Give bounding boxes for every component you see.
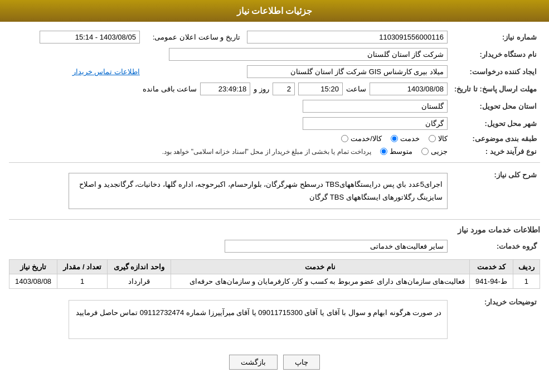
- label-sharh-koli: شرح کلی نیاز:: [451, 167, 540, 215]
- link-etelaatTamas[interactable]: اطلاعات تماس خریدار: [9, 63, 143, 80]
- divider-1: [9, 162, 540, 163]
- label-ijad-konande: ایجاد کننده درخواست:: [451, 63, 540, 80]
- label-saat-mande: ساعت باقی مانده: [143, 85, 197, 93]
- radio-kala-input[interactable]: [429, 135, 436, 142]
- back-button[interactable]: بازگشت: [229, 355, 278, 370]
- shomare-niaz-box: 1103091556000116: [247, 31, 448, 43]
- label-saat: ساعت: [346, 85, 366, 93]
- label-tarikh-elan: تاریخ و ساعت اعلان عمومی:: [143, 28, 244, 46]
- label-tabaqe: طبقه بندی موضوعی:: [451, 132, 540, 145]
- radio-jazee-label: جزیی: [431, 147, 448, 156]
- rooz-box: 2: [273, 83, 295, 95]
- sharh-koli-box: اجرای5عدد باي پس درايستگاههایTBS درسطح ش…: [69, 173, 448, 209]
- toshihat-box: در صورت هرگونه ابهام و سوال با آقای یا آ…: [69, 300, 448, 339]
- col-tedad: تعداد / مقدار: [57, 259, 108, 274]
- label-nam-dastgah: نام دستگاه خریدار:: [451, 46, 540, 63]
- value-farayand: جزیی متوسط پرداخت تمام یا بخشی از مبلغ خ…: [9, 145, 451, 158]
- radio-mottavasset-label: متوسط: [390, 147, 412, 156]
- sharh-table: شرح کلی نیاز: اجرای5عدد باي پس درايستگاه…: [9, 167, 540, 215]
- col-vahed: واحد اندازه گیری: [108, 259, 171, 274]
- value-nam-dastgah: شرکت گاز استان گلستان: [9, 46, 451, 63]
- cell-tedad: 1: [57, 274, 108, 288]
- groh-table: گروه خدمات: سایر فعالیت‌های خدماتی: [9, 238, 540, 255]
- value-ostan: گلستان: [9, 98, 451, 115]
- cell-kod: ط-94-941: [470, 274, 513, 288]
- radio-khadamat-label: خدمت: [400, 134, 420, 143]
- value-sharh-koli: اجرای5عدد باي پس درايستگاههایTBS درسطح ش…: [9, 167, 451, 215]
- value-mohlat: 1403/08/08 ساعت 15:20 2 روز و 23:49:18 س…: [9, 80, 451, 98]
- label-ostan: استان محل تحویل:: [451, 98, 540, 115]
- radio-mottavasset[interactable]: متوسط: [380, 147, 412, 156]
- col-radif: ردیف: [513, 259, 540, 274]
- value-groh: سایر فعالیت‌های خدماتی: [9, 238, 451, 255]
- radio-kala-khadamat[interactable]: کالا/خدمت: [341, 134, 382, 143]
- section-etelaatKhadamat: اطلاعات خدمات مورد نیاز: [9, 225, 540, 234]
- label-groh: گروه خدمات:: [451, 238, 540, 255]
- label-rooz: روز و: [254, 85, 269, 93]
- ijad-konande-box: میلاد بیری کارشناس GIS شرکت گاز استان گل…: [247, 65, 448, 78]
- tarikh-pasokh-box: 1403/08/08: [370, 83, 448, 95]
- label-shahr: شهر محل تحویل:: [451, 115, 540, 132]
- radio-khadamat[interactable]: خدمت: [391, 134, 420, 143]
- buttons-row: چاپ بازگشت: [9, 355, 540, 370]
- info-table: شماره نیاز: 1103091556000116 تاریخ و ساع…: [9, 28, 540, 158]
- nam-dastgah-box: شرکت گاز استان گلستان: [169, 48, 448, 61]
- cell-nam: فعالیت‌های سازمان‌های دارای عضو مربوط به…: [171, 274, 470, 288]
- saat-mande-box: 23:49:18: [200, 83, 250, 95]
- page-title: جزئیات اطلاعات نیاز: [237, 6, 313, 16]
- label-toshihat: توضیحات خریدار:: [451, 293, 540, 346]
- value-shahr: گرگان: [9, 115, 451, 132]
- radio-kala-khadamat-label: کالا/خدمت: [351, 134, 382, 143]
- radio-kala-khadamat-input[interactable]: [341, 135, 348, 142]
- ostan-box: گلستان: [303, 100, 448, 113]
- value-shomare-niaz: 1103091556000116: [244, 28, 451, 46]
- value-tarikh-elan: 1403/08/05 - 15:14: [9, 28, 143, 46]
- value-ijad-konande: میلاد بیری کارشناس GIS شرکت گاز استان گل…: [143, 63, 451, 80]
- col-kod: کد خدمت: [470, 259, 513, 274]
- radio-kala-label: کالا: [438, 134, 448, 143]
- cell-tarikh: 1403/08/08: [9, 274, 57, 288]
- radio-jazee[interactable]: جزیی: [421, 147, 448, 156]
- col-tarikh: تاریخ نیاز: [9, 259, 57, 274]
- print-button[interactable]: چاپ: [283, 355, 320, 370]
- label-mohlat: مهلت ارسال پاسخ: تا تاریخ:: [451, 80, 540, 98]
- radio-mottavasset-input[interactable]: [380, 148, 387, 155]
- radio-jazee-input[interactable]: [421, 148, 429, 155]
- tarikh-elan-box: 1403/08/05 - 15:14: [40, 31, 140, 43]
- page-header: جزئیات اطلاعات نیاز: [0, 0, 549, 22]
- table-row: 1 ط-94-941 فعالیت‌های سازمان‌های دارای ع…: [9, 274, 540, 288]
- label-shomare-niaz: شماره نیاز:: [451, 28, 540, 46]
- saat-pasokh-box: 15:20: [298, 83, 343, 95]
- services-table: ردیف کد خدمت نام خدمت واحد اندازه گیری ت…: [9, 259, 540, 289]
- radio-khadamat-input[interactable]: [391, 135, 398, 142]
- value-toshihat: در صورت هرگونه ابهام و سوال با آقای یا آ…: [9, 293, 451, 346]
- shahr-box: گرگان: [303, 117, 448, 130]
- radio-kala[interactable]: کالا: [429, 134, 448, 143]
- toshihat-table: توضیحات خریدار: در صورت هرگونه ابهام و س…: [9, 293, 540, 346]
- value-tabaqe: کالا خدمت کالا/خدمت: [9, 132, 451, 145]
- cell-radif: 1: [513, 274, 540, 288]
- label-farayand: نوع فرآیند خرید :: [451, 145, 540, 158]
- divider-2: [9, 219, 540, 220]
- col-nam: نام خدمت: [171, 259, 470, 274]
- groh-box: سایر فعالیت‌های خدماتی: [225, 240, 448, 253]
- cell-vahed: قرارداد: [108, 274, 171, 288]
- farayand-note: پرداخت تمام یا بخشی از مبلغ خریدار از مح…: [162, 148, 371, 156]
